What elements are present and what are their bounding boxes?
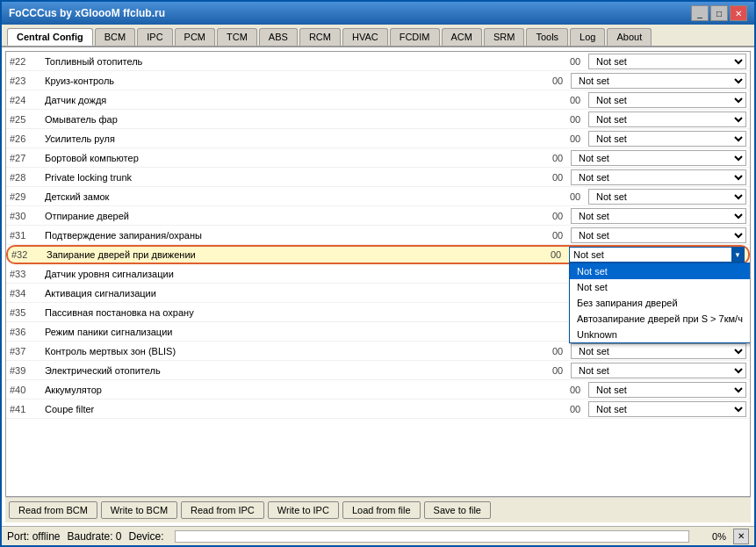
- cancel-button[interactable]: ✕: [733, 529, 749, 544]
- row-label: Режим паники сигнализации: [45, 327, 562, 337]
- row-select[interactable]: Not set: [571, 208, 746, 224]
- maximize-button[interactable]: □: [710, 5, 728, 21]
- row-select[interactable]: Not set: [571, 73, 746, 89]
- tab-abs[interactable]: ABS: [259, 28, 298, 46]
- table-row: #31Подтверждение запирания/охраны00Not s…: [6, 226, 750, 245]
- row-label: Отпирание дверей: [45, 211, 544, 221]
- row-select[interactable]: Not set: [588, 401, 746, 417]
- row-label: Усилитель руля: [45, 133, 562, 144]
- dropdown-container[interactable]: Not set▼Not setNot setБез запирания двер…: [569, 247, 745, 263]
- row-label: Аккумулятор: [45, 385, 562, 395]
- dropdown-item[interactable]: Not set: [570, 279, 751, 295]
- row-select[interactable]: Not set: [588, 382, 746, 398]
- row-code: 00: [562, 56, 588, 67]
- content-area: #22Топливный отопитель00Not set#23Круиз-…: [2, 47, 754, 526]
- tab-tools[interactable]: Tools: [526, 28, 568, 46]
- table-row: #25Омыватель фар00Not set: [6, 110, 750, 129]
- load-file-button[interactable]: Load from file: [342, 501, 421, 519]
- row-number: #33: [10, 269, 45, 279]
- row-code: 00: [562, 133, 588, 144]
- tab-srm[interactable]: SRM: [484, 28, 524, 46]
- table-row: #41Coupe filter00Not set: [6, 399, 750, 419]
- row-select[interactable]: Not set: [588, 92, 746, 108]
- row-select[interactable]: Not set: [571, 363, 746, 378]
- main-window: FoCCCus by xGloooM ffclub.ru _ □ ✕ Centr…: [0, 0, 756, 547]
- close-button[interactable]: ✕: [730, 5, 747, 21]
- row-code: 00: [544, 153, 571, 163]
- tab-bcm[interactable]: BCM: [95, 28, 135, 46]
- row-code: 00: [562, 191, 588, 202]
- row-number: #25: [10, 114, 45, 125]
- dropdown-item[interactable]: Автозапирание дверей при S > 7км/ч: [570, 311, 751, 327]
- tab-hvac[interactable]: HVAC: [342, 28, 388, 46]
- dropdown-item[interactable]: Not set: [570, 263, 751, 279]
- scroll-area[interactable]: #22Топливный отопитель00Not set#23Круиз-…: [5, 51, 751, 497]
- table-row: #24Датчик дождя00Not set: [6, 90, 750, 110]
- row-number: #39: [10, 365, 45, 376]
- tab-log[interactable]: Log: [570, 28, 605, 46]
- row-label: Круиз-контроль: [45, 76, 544, 86]
- write-ipc-button[interactable]: Write to IPC: [268, 501, 339, 519]
- dropdown-value: Not set: [573, 249, 731, 260]
- row-label: Электрический отопитель: [45, 365, 544, 376]
- window-title: FoCCCus by xGloooM ffclub.ru: [9, 7, 165, 19]
- select-wrapper: Not set: [588, 189, 746, 205]
- tab-about[interactable]: About: [607, 28, 652, 46]
- minimize-button[interactable]: _: [691, 5, 709, 21]
- row-number: #22: [10, 56, 45, 67]
- read-ipc-button[interactable]: Read from IPC: [181, 501, 264, 519]
- select-wrapper: Not set: [588, 382, 746, 398]
- dropdown-arrow-icon[interactable]: ▼: [731, 248, 744, 262]
- row-select[interactable]: Not set: [588, 112, 746, 127]
- read-bcm-button[interactable]: Read from BCM: [9, 501, 97, 519]
- status-bar: Port: offline Baudrate: 0 Device: 0% ✕: [2, 526, 754, 545]
- port-status: Port: offline: [7, 530, 60, 543]
- row-number: #28: [10, 172, 45, 183]
- dropdown-item[interactable]: Без запирания дверей: [570, 295, 751, 311]
- row-code: 00: [544, 346, 571, 356]
- dropdown-item[interactable]: Unknown: [570, 327, 751, 342]
- baud-status: Baudrate: 0: [67, 530, 121, 543]
- tab-central-config[interactable]: Central Config: [7, 28, 93, 46]
- row-label: Омыватель фар: [45, 114, 562, 125]
- dropdown-menu: Not setNot setБез запирания дверейАвтоза…: [569, 263, 751, 343]
- row-code: 00: [562, 95, 588, 105]
- save-file-button[interactable]: Save to file: [424, 501, 491, 519]
- table-row: #22Топливный отопитель00Not set: [6, 52, 750, 71]
- row-select[interactable]: Not set: [588, 131, 746, 147]
- tab-rcm[interactable]: RCM: [299, 28, 341, 46]
- row-code: 00: [544, 172, 571, 183]
- row-select[interactable]: Not set: [588, 54, 746, 69]
- row-label: Датчик дождя: [45, 95, 562, 105]
- row-select[interactable]: Not set: [571, 169, 746, 185]
- row-number: #40: [10, 385, 45, 395]
- tab-acm[interactable]: ACM: [442, 28, 482, 46]
- row-select[interactable]: Not set: [571, 227, 746, 243]
- row-select[interactable]: Not set: [571, 150, 746, 166]
- table-row: #40Аккумулятор00Not set: [6, 380, 750, 399]
- row-code: 00: [544, 76, 571, 86]
- dropdown-trigger[interactable]: Not set▼: [569, 247, 745, 263]
- table-row: #30Отпирание дверей00Not set: [6, 206, 750, 226]
- row-code: 00: [544, 230, 571, 241]
- write-bcm-button[interactable]: Write to BCM: [101, 501, 177, 519]
- tab-fcdim[interactable]: FCDIM: [390, 28, 440, 46]
- tab-pcm[interactable]: PCM: [175, 28, 215, 46]
- tab-tcm[interactable]: TCM: [217, 28, 257, 46]
- window-controls: _ □ ✕: [691, 5, 747, 21]
- row-label: Контроль мертвых зон (BLIS): [45, 346, 544, 356]
- row-select[interactable]: Not set: [571, 343, 746, 359]
- row-number: #23: [10, 76, 45, 86]
- select-wrapper: Not set: [588, 401, 746, 417]
- row-label: Детский замок: [45, 191, 562, 202]
- row-label: Топливный отопитель: [45, 56, 562, 67]
- tab-ipc[interactable]: IPC: [137, 28, 172, 46]
- row-select[interactable]: Not set: [588, 189, 746, 205]
- select-wrapper: Not set: [571, 363, 746, 378]
- row-code: 00: [543, 249, 569, 260]
- row-label: Подтверждение запирания/охраны: [45, 230, 544, 241]
- select-wrapper: Not set: [571, 169, 746, 185]
- row-label: Coupe filter: [45, 404, 562, 414]
- select-wrapper: Not set: [588, 54, 746, 69]
- select-wrapper: Not set: [571, 208, 746, 224]
